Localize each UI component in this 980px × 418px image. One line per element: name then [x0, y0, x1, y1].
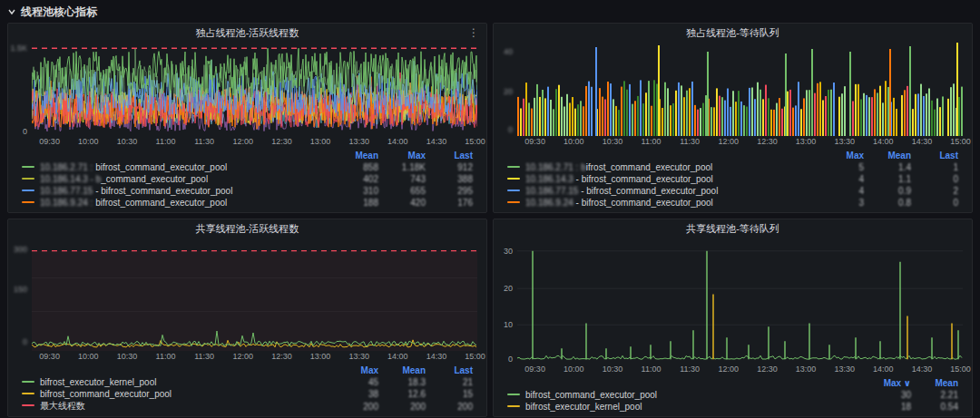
panel-header[interactable]: 独占线程池-等待队列: [494, 24, 972, 43]
legend-value: 18: [867, 401, 914, 413]
x-axis-tick: 12:00: [233, 352, 254, 361]
legend-series-prefix: 10.186.9.24 :: [40, 198, 93, 208]
row-title[interactable]: 线程池核心指标: [21, 5, 97, 20]
x-axis-tick: 11:00: [642, 365, 662, 374]
x-axis: 09:3010:0010:3011:0011:3012:0012:3013:00…: [32, 137, 477, 149]
legend-value: 0.8: [867, 197, 914, 209]
legend-value: 12.6: [381, 388, 428, 400]
x-axis-tick: 11:00: [156, 137, 176, 146]
legend-series-label[interactable]: - bifrost_command_executor_pool: [578, 186, 718, 196]
legend-col-header[interactable]: Max: [381, 150, 428, 161]
y-axis: 3001500: [8, 238, 32, 351]
x-axis-tick: 15:00: [950, 137, 971, 146]
legend-series-label[interactable]: - bifrost_command_executor_pool: [93, 186, 232, 196]
legend-series-swatch-icon: [22, 178, 34, 180]
x-axis-tick: 15:00: [465, 352, 485, 361]
legend-row: bifrost_executor_kernel_pool4518.321: [19, 376, 475, 388]
panel-header[interactable]: 独占线程池-活跃线程数 ⋮: [8, 24, 486, 43]
legend-value: 30: [867, 389, 914, 401]
legend-series-label[interactable]: bifrost_executor_kernel_pool: [40, 377, 156, 387]
x-axis-tick: 09:30: [524, 137, 545, 146]
legend-col-header[interactable]: Mean: [334, 150, 381, 161]
chart-canvas[interactable]: [517, 43, 963, 136]
legend: Max ∨Meanbifrost_command_executor_pool30…: [494, 376, 972, 416]
legend-row: bifrost_executor_kernel_pool180.54: [505, 401, 961, 413]
y-axis-tick: 20: [504, 87, 513, 96]
x-axis-tick: 10:00: [78, 137, 99, 146]
legend-series-label[interactable]: _command_executor_pool: [101, 174, 208, 184]
legend-series-swatch-icon: [22, 381, 34, 383]
legend-value: 2.21: [914, 389, 961, 401]
dashboard-row-header[interactable]: 线程池核心指标: [7, 5, 973, 19]
x-axis-tick: 10:30: [603, 365, 623, 374]
legend-series-label[interactable]: ifrost_command_executor_pool: [586, 162, 713, 172]
legend-series-swatch-icon: [22, 201, 34, 203]
legend-series-prefix: 10.186.14.3: [525, 174, 573, 184]
y-axis-tick: 10: [504, 320, 513, 329]
x-axis-tick: 14:00: [873, 365, 894, 374]
panel-shared-pool-wait-queue: 共享线程池-等待队列 3020100 09:3010:0010:3011:001…: [493, 219, 973, 417]
legend-series-label[interactable]: bifrost_command_executor_pool: [40, 389, 172, 399]
x-axis-tick: 10:30: [117, 137, 138, 146]
legend-series-label[interactable]: bifrost_command_executor_pool: [93, 198, 227, 208]
y-axis-tick: 20: [504, 284, 513, 293]
panel-title[interactable]: 独占线程池-等待队列: [686, 26, 779, 40]
legend-value: 2: [914, 185, 961, 197]
x-axis-tick: 10:00: [564, 365, 584, 374]
x-axis-tick: 13:00: [796, 365, 817, 374]
legend-value: 1: [914, 161, 961, 173]
legend-row: 10.186.77.15 - bifrost_command_executor_…: [19, 185, 475, 197]
legend-series-swatch-icon: [507, 394, 520, 395]
legend-value: 388: [428, 173, 475, 185]
x-axis-tick: 09:30: [39, 352, 60, 361]
panel-header[interactable]: 共享线程池-等待队列: [494, 219, 972, 238]
y-axis-tick: 0: [23, 127, 27, 136]
legend-series-label[interactable]: bifrost_command_executor_pool: [525, 390, 657, 400]
panel-title[interactable]: 共享线程池-等待队列: [686, 222, 779, 236]
legend-series-label[interactable]: bifrost_executor_kernel_pool: [525, 402, 642, 412]
legend-col-header[interactable]: Max: [819, 150, 867, 161]
y-axis-tick: 300: [14, 245, 27, 254]
y-axis-tick: 0: [508, 125, 513, 134]
legend-col-header[interactable]: Mean: [914, 377, 961, 389]
x-axis-tick: 13:30: [834, 365, 855, 374]
legend-value: 0.54: [914, 401, 961, 413]
legend-col-header[interactable]: Mean: [867, 150, 914, 161]
legend-series-label[interactable]: - bifrost_command_executor_pool: [573, 198, 713, 208]
chart-canvas[interactable]: [32, 43, 477, 136]
legend: MaxMeanLastbifrost_executor_kernel_pool4…: [8, 364, 486, 416]
legend-col-header[interactable]: Last: [428, 365, 475, 376]
x-axis-tick: 14:30: [912, 365, 933, 374]
legend-value: 295: [428, 185, 475, 197]
panel-title[interactable]: 共享线程池-活跃线程数: [196, 222, 299, 236]
legend-col-header[interactable]: Last: [428, 150, 475, 161]
row-collapse-chevron-icon[interactable]: [7, 7, 16, 16]
legend-col-header[interactable]: Max: [334, 365, 381, 376]
chart-canvas[interactable]: [32, 238, 477, 351]
legend-series-prefix: 10.186.14.3 - b: [40, 174, 101, 184]
legend-col-header[interactable]: Mean: [381, 365, 428, 376]
x-axis-tick: 13:30: [834, 137, 855, 146]
legend-series-label[interactable]: - bifrost_command_executor_pool: [573, 174, 713, 184]
panel-header[interactable]: 共享线程池-活跃线程数: [8, 219, 486, 238]
plot-area: [32, 238, 477, 351]
legend-value: 176: [428, 197, 475, 209]
panel-title[interactable]: 独占线程池-活跃线程数: [196, 26, 299, 40]
legend-value: 402: [334, 173, 381, 185]
legend-series-label[interactable]: 最大线程数: [40, 401, 85, 411]
legend-col-header[interactable]: Max ∨: [867, 377, 914, 389]
x-axis-tick: 10:00: [78, 352, 99, 361]
legend-row: 10.186.14.3 - bifrost_command_executor_p…: [505, 173, 961, 185]
legend-value: 200: [428, 400, 475, 413]
legend-series-swatch-icon: [507, 166, 520, 168]
x-axis-tick: 12:30: [757, 365, 778, 374]
x-axis: 09:3010:0010:3011:0011:3012:0012:3013:00…: [32, 352, 477, 364]
x-axis-tick: 15:00: [950, 365, 971, 374]
panel-menu-icon[interactable]: ⋮: [468, 25, 479, 41]
legend-series-label[interactable]: bifrost_command_executor_pool: [93, 162, 227, 172]
x-axis-tick: 14:00: [873, 137, 894, 146]
legend-row: 10.186.2.71 : bifrost_command_executor_p…: [19, 161, 475, 173]
legend-col-header[interactable]: Last: [914, 150, 961, 161]
legend-value: 38: [334, 388, 381, 400]
chart-canvas[interactable]: [517, 238, 963, 364]
